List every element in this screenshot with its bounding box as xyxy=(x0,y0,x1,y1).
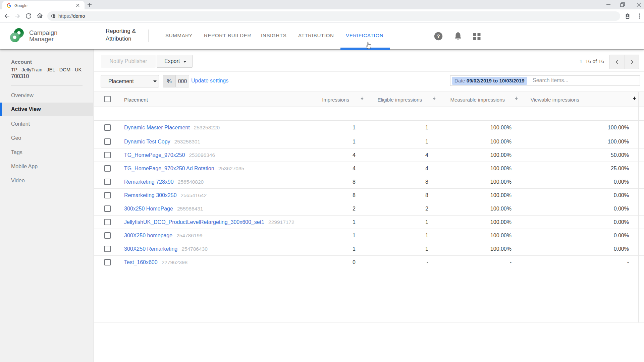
svg-text:?: ? xyxy=(437,33,440,39)
